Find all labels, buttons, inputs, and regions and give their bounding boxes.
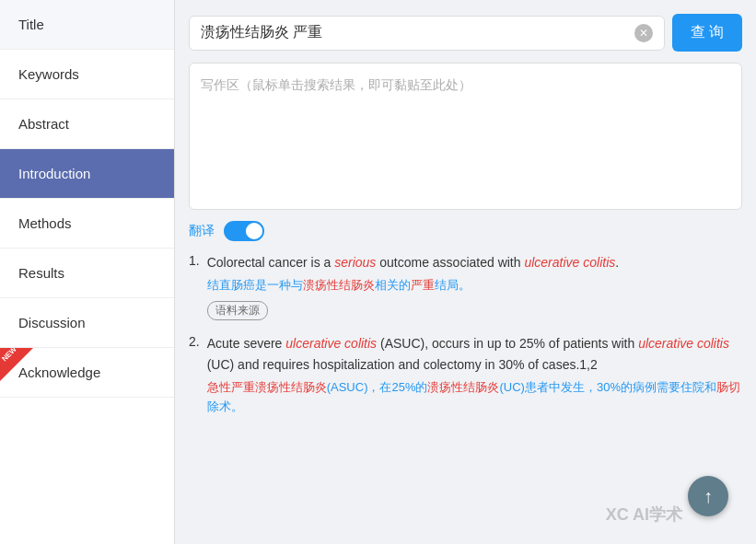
search-input[interactable] <box>201 25 627 41</box>
highlight-zh-acute: 急性严重溃疡性结肠炎 <box>207 380 327 394</box>
result-content: Acute severe ulcerative colitis (ASUC), … <box>207 333 742 422</box>
sidebar-item-discussion[interactable]: Discussion <box>0 298 174 348</box>
sidebar-item-keywords[interactable]: Keywords <box>0 50 174 99</box>
sidebar-item-introduction[interactable]: Introduction <box>0 149 174 199</box>
sidebar-item-label: Keywords <box>18 66 79 82</box>
sidebar-item-label: Introduction <box>18 166 90 181</box>
sidebar-item-results[interactable]: Results <box>0 249 174 298</box>
result-content: Colorectal cancer is a serious outcome a… <box>207 252 742 320</box>
writing-area[interactable]: 写作区（鼠标单击搜索结果，即可黏贴至此处） <box>189 63 742 210</box>
clear-button[interactable]: ✕ <box>634 24 653 42</box>
translate-label: 翻译 <box>189 223 215 239</box>
translate-row: 翻译 <box>189 221 742 241</box>
highlight-serious: serious <box>334 255 376 270</box>
sidebar-item-label: Abstract <box>18 116 69 132</box>
result-item: 1. Colorectal cancer is a serious outcom… <box>189 252 742 320</box>
highlight-zh-uc2: 溃疡性结肠炎 <box>427 380 499 394</box>
sidebar: Title Keywords Abstract Introduction Met… <box>0 0 175 544</box>
result-en-text[interactable]: Acute severe ulcerative colitis (ASUC), … <box>207 333 742 375</box>
highlight-uc1: ulcerative colitis <box>524 255 615 270</box>
sidebar-item-label: Discussion <box>18 315 86 330</box>
search-button[interactable]: 查 询 <box>672 14 742 52</box>
scroll-up-button[interactable]: ↑ <box>688 476 728 516</box>
sidebar-item-acknowledge[interactable]: NEW Acknowledge <box>0 348 174 398</box>
highlight-zh-serious: 严重 <box>411 278 435 292</box>
translate-toggle[interactable] <box>224 221 264 241</box>
result-en-text[interactable]: Colorectal cancer is a serious outcome a… <box>207 252 742 272</box>
highlight-uc3: ulcerative colitis <box>638 336 729 351</box>
source-tag[interactable]: 语料来源 <box>207 301 268 320</box>
result-zh-text: 急性严重溃疡性结肠炎(ASUC)，在25%的溃疡性结肠炎(UC)患者中发生，30… <box>207 378 742 417</box>
main-content: ✕ 查 询 写作区（鼠标单击搜索结果，即可黏贴至此处） 翻译 1. Colore… <box>175 0 756 544</box>
new-badge: NEW <box>0 348 33 381</box>
writing-placeholder: 写作区（鼠标单击搜索结果，即可黏贴至此处） <box>201 77 471 92</box>
sidebar-item-methods[interactable]: Methods <box>0 199 174 249</box>
sidebar-item-label: Title <box>18 17 44 32</box>
result-number: 1. <box>189 252 200 320</box>
results-list: 1. Colorectal cancer is a serious outcom… <box>189 252 742 422</box>
highlight-zh-colectomy: 肠切 <box>716 380 740 394</box>
result-number: 2. <box>189 333 200 422</box>
search-bar: ✕ 查 询 <box>189 14 742 52</box>
sidebar-item-title[interactable]: Title <box>0 0 174 50</box>
scroll-up-icon: ↑ <box>704 486 713 507</box>
sidebar-item-abstract[interactable]: Abstract <box>0 99 174 149</box>
sidebar-item-label: Methods <box>18 215 72 231</box>
sidebar-item-label: Results <box>18 265 64 281</box>
highlight-zh-uc: 溃疡性结肠炎 <box>303 278 375 292</box>
toggle-knob <box>246 223 262 239</box>
result-item: 2. Acute severe ulcerative colitis (ASUC… <box>189 333 742 422</box>
highlight-uc2: ulcerative colitis <box>285 336 377 351</box>
search-input-wrapper: ✕ <box>189 16 665 51</box>
result-zh-text: 结直肠癌是一种与溃疡性结肠炎相关的严重结局。 <box>207 276 742 295</box>
